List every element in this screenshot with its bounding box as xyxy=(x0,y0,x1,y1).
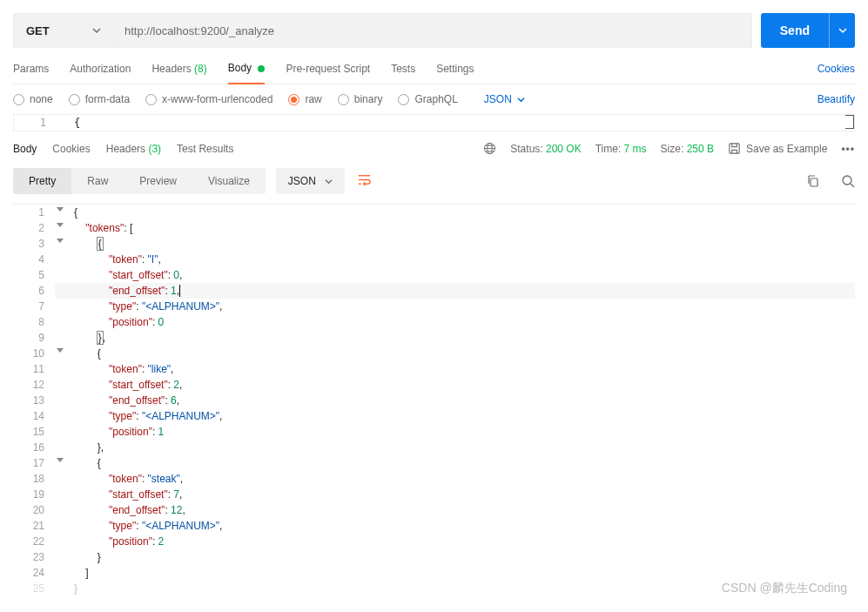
fold-gutter[interactable] xyxy=(55,252,74,267)
request-body-editor[interactable]: 1 { xyxy=(13,114,855,131)
viewer-language-select[interactable]: JSON xyxy=(276,168,345,194)
copy-icon[interactable] xyxy=(806,174,820,188)
json-line[interactable]: 2 "tokens": [ xyxy=(13,220,855,236)
send-button[interactable]: Send xyxy=(761,13,829,48)
radio-graphql[interactable]: GraphQL xyxy=(398,93,457,105)
fold-gutter[interactable] xyxy=(55,330,74,346)
radio-raw-label: raw xyxy=(305,93,321,105)
save-icon xyxy=(728,142,741,155)
globe-icon[interactable] xyxy=(483,142,496,155)
json-line[interactable]: 22 "position": 2 xyxy=(13,534,855,549)
more-actions[interactable]: ••• xyxy=(841,143,855,155)
json-line[interactable]: 24 ] xyxy=(13,565,855,581)
fold-gutter[interactable] xyxy=(55,267,74,283)
resp-tab-headers-count: (3) xyxy=(148,143,161,155)
json-line[interactable]: 8 "position": 0 xyxy=(13,314,855,330)
json-line[interactable]: 25} xyxy=(13,581,855,596)
fold-gutter[interactable] xyxy=(55,487,74,502)
tab-body[interactable]: Body xyxy=(228,57,266,84)
line-content: { xyxy=(74,236,855,252)
fold-gutter[interactable] xyxy=(55,408,74,424)
tab-headers[interactable]: Headers (8) xyxy=(151,57,206,84)
url-input[interactable] xyxy=(113,13,752,48)
json-line[interactable]: 14 "type": "<ALPHANUM>", xyxy=(13,408,855,424)
body-language-select[interactable]: JSON xyxy=(484,93,525,105)
json-line[interactable]: 1{ xyxy=(13,205,855,220)
response-json-viewer[interactable]: 1{2 "tokens": [3 {4 "token": "I",5 "star… xyxy=(13,204,855,596)
json-line[interactable]: 20 "end_offset": 12, xyxy=(13,502,855,518)
fold-gutter[interactable] xyxy=(55,440,74,455)
line-content: { xyxy=(74,455,855,471)
json-line[interactable]: 4 "token": "I", xyxy=(13,252,855,267)
fold-gutter[interactable] xyxy=(55,361,74,377)
line-content: "tokens": [ xyxy=(74,220,855,236)
json-line[interactable]: 5 "start_offset": 0, xyxy=(13,267,855,283)
tab-prerequest[interactable]: Pre-request Script xyxy=(286,57,370,84)
tab-params[interactable]: Params xyxy=(13,57,49,84)
json-line[interactable]: 21 "type": "<ALPHANUM>", xyxy=(13,518,855,534)
seg-raw[interactable]: Raw xyxy=(71,168,124,194)
json-line[interactable]: 13 "end_offset": 6, xyxy=(13,393,855,408)
line-number: 6 xyxy=(13,283,55,299)
radio-formdata[interactable]: form-data xyxy=(69,93,130,105)
seg-pretty[interactable]: Pretty xyxy=(13,168,71,194)
resp-tab-testresults[interactable]: Test Results xyxy=(177,143,233,155)
fold-gutter[interactable] xyxy=(55,283,74,299)
json-line[interactable]: 12 "start_offset": 2, xyxy=(13,377,855,393)
fold-gutter[interactable] xyxy=(55,549,74,565)
fold-gutter[interactable] xyxy=(55,455,74,471)
resp-tab-headers[interactable]: Headers (3) xyxy=(106,143,161,155)
fold-gutter[interactable] xyxy=(55,314,74,330)
json-line[interactable]: 11 "token": "like", xyxy=(13,361,855,377)
json-line[interactable]: 17 { xyxy=(13,455,855,471)
resp-tab-body[interactable]: Body xyxy=(13,143,37,155)
tab-settings[interactable]: Settings xyxy=(436,57,474,84)
line-content: } xyxy=(74,549,855,565)
json-line[interactable]: 16 }, xyxy=(13,440,855,455)
fold-gutter[interactable] xyxy=(55,565,74,581)
method-select[interactable]: GET xyxy=(13,13,113,48)
fold-caret-icon xyxy=(57,239,64,243)
radio-xwww[interactable]: x-www-form-urlencoded xyxy=(145,93,273,105)
fold-gutter[interactable] xyxy=(55,220,74,236)
json-line[interactable]: 18 "token": "steak", xyxy=(13,471,855,487)
json-line[interactable]: 23 } xyxy=(13,549,855,565)
seg-visualize[interactable]: Visualize xyxy=(192,168,266,194)
json-line[interactable]: 7 "type": "<ALPHANUM>", xyxy=(13,299,855,314)
search-icon[interactable] xyxy=(841,174,855,188)
save-as-example[interactable]: Save as Example xyxy=(728,142,827,155)
fold-gutter[interactable] xyxy=(55,518,74,534)
json-line[interactable]: 15 "position": 1 xyxy=(13,424,855,440)
cookies-link[interactable]: Cookies xyxy=(818,57,855,84)
tab-tests[interactable]: Tests xyxy=(391,57,415,84)
json-line[interactable]: 9 }, xyxy=(13,330,855,346)
fold-gutter[interactable] xyxy=(55,299,74,314)
json-line[interactable]: 10 { xyxy=(13,346,855,361)
line-content: { xyxy=(74,346,855,361)
fold-gutter[interactable] xyxy=(55,205,74,220)
wrap-lines-toggle[interactable] xyxy=(352,167,377,195)
fold-caret-icon xyxy=(57,458,64,462)
fold-gutter[interactable] xyxy=(55,377,74,393)
beautify-link[interactable]: Beautify xyxy=(818,93,855,105)
fold-gutter[interactable] xyxy=(55,424,74,440)
json-line[interactable]: 3 { xyxy=(13,236,855,252)
fold-gutter[interactable] xyxy=(55,502,74,518)
fold-gutter[interactable] xyxy=(55,471,74,487)
tab-authorization[interactable]: Authorization xyxy=(70,57,131,84)
seg-preview[interactable]: Preview xyxy=(124,168,192,194)
line-number: 14 xyxy=(13,408,55,424)
json-line[interactable]: 19 "start_offset": 7, xyxy=(13,487,855,502)
resp-tab-cookies[interactable]: Cookies xyxy=(52,143,90,155)
radio-binary[interactable]: binary xyxy=(338,93,383,105)
fold-gutter[interactable] xyxy=(55,581,74,596)
fold-gutter[interactable] xyxy=(55,346,74,361)
line-content: ] xyxy=(74,565,855,581)
fold-gutter[interactable] xyxy=(55,393,74,408)
json-line[interactable]: 6 "end_offset": 1, xyxy=(13,283,855,299)
fold-gutter[interactable] xyxy=(55,534,74,549)
fold-gutter[interactable] xyxy=(55,236,74,252)
radio-raw[interactable]: raw xyxy=(288,93,321,105)
send-dropdown[interactable] xyxy=(829,13,855,48)
radio-none[interactable]: none xyxy=(13,93,53,105)
